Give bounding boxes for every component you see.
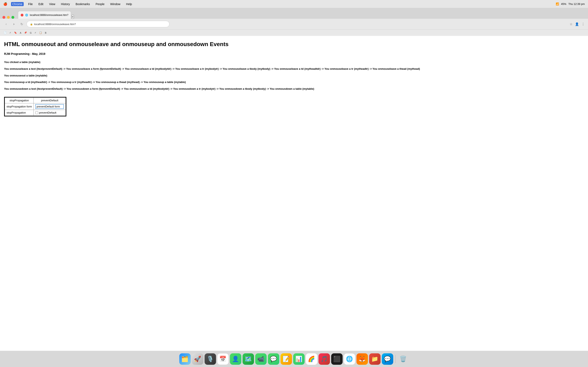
clock: Thu 12:39 pm bbox=[568, 2, 585, 6]
table-row: stopPropagation form bbox=[5, 103, 66, 110]
page-title: HTML onmouseout and onmouseleave and onm… bbox=[4, 40, 584, 49]
menu-file[interactable]: File bbox=[27, 2, 34, 6]
dock-icon-calendar[interactable]: 📅 bbox=[217, 353, 229, 365]
bookmark-item[interactable]: 📋 bbox=[38, 30, 43, 35]
checkbox-container: preventDefault bbox=[35, 111, 64, 115]
table-row: stopPropagation preventDefault bbox=[5, 110, 66, 116]
toolbar-icons: ☆ 👤 ⋮ bbox=[570, 22, 585, 26]
dock-icon-trash[interactable]: 🗑️ bbox=[398, 353, 409, 365]
bookmarks-bar: 📄 ✓ 🔖 A 📌 G ✓ 📋 B bbox=[0, 29, 588, 36]
dock-icon-terminal[interactable]: ⬛ bbox=[331, 353, 343, 365]
prevent-default-form-input[interactable] bbox=[35, 104, 64, 109]
prevent-default-checkbox-label: preventDefault bbox=[39, 111, 56, 115]
dock-icon-messages[interactable]: 💬 bbox=[268, 353, 279, 365]
dock-icon-filezilla[interactable]: 📁 bbox=[369, 353, 380, 365]
menu-bar-right: 📶 45% Thu 12:39 pm bbox=[556, 2, 585, 6]
dock-icon-itunes[interactable]: 🎵 bbox=[319, 353, 330, 365]
tab-bar: ✕ 🌐 localhost:8888/onmouseleave.htm? + bbox=[0, 8, 588, 19]
address-bar: ‹ › ↻ 🔒 localhost:8888/onmouseleave.htm?… bbox=[0, 19, 588, 29]
event-log-line-2: You onmouseout a table (mytable) bbox=[4, 74, 584, 78]
browser-chrome: ✕ 🌐 localhost:8888/onmouseleave.htm? + ‹… bbox=[0, 8, 588, 36]
menu-view[interactable]: View bbox=[48, 2, 56, 6]
demo-table[interactable]: stopPropagation preventDefault stopPropa… bbox=[5, 98, 66, 116]
dock: 🗂️ 🚀 🎙️ 📅 👤 🗺️ 📹 💬 📝 📊 🌈 🎵 ⬛ 🌐 🦊 📁 💬 🗑️ bbox=[0, 351, 588, 367]
tab-favicon-icon: 🌐 bbox=[25, 14, 28, 17]
window-controls bbox=[2, 16, 14, 19]
event-log-line-1: You onmouseleave a text (itextpreventDef… bbox=[4, 67, 584, 71]
table-cell-stop-prop: stopPropagation bbox=[5, 110, 34, 116]
back-button[interactable]: ‹ bbox=[3, 21, 9, 27]
dock-icon-launchpad[interactable]: 🚀 bbox=[192, 353, 203, 365]
browser-tab-active[interactable]: ✕ 🌐 localhost:8888/onmouseleave.htm? bbox=[18, 11, 71, 19]
menu-dots-icon[interactable]: ⋮ bbox=[581, 22, 585, 26]
apple-logo-icon[interactable]: 🍎 bbox=[3, 2, 7, 6]
table-cell-prevent-default-input[interactable] bbox=[34, 103, 66, 110]
dock-icon-finder[interactable]: 🗂️ bbox=[179, 353, 191, 365]
dock-icon-firefox[interactable]: 🦊 bbox=[356, 353, 368, 365]
dock-icon-notes[interactable]: 📝 bbox=[281, 353, 292, 365]
dock-icon-contacts[interactable]: 👤 bbox=[230, 353, 241, 365]
bookmark-item[interactable]: 🔖 bbox=[13, 30, 18, 35]
menu-bookmarks[interactable]: Bookmarks bbox=[74, 2, 91, 6]
wifi-icon: 📶 bbox=[556, 2, 559, 6]
bookmark-item[interactable]: B bbox=[44, 30, 48, 35]
battery-status: 45% bbox=[561, 2, 566, 6]
tab-close-button[interactable]: ✕ bbox=[21, 14, 24, 17]
tab-title: localhost:8888/onmouseleave.htm? bbox=[30, 14, 68, 17]
table-header-prevent-default: preventDefault bbox=[34, 98, 66, 103]
event-log-line-0: You clicked a table (mytable) bbox=[4, 60, 584, 64]
dock-icon-numbers[interactable]: 📊 bbox=[293, 353, 305, 365]
menu-bar: 🍎 Chrome File Edit View History Bookmark… bbox=[0, 0, 588, 8]
event-log-line-3: You onmouseup a td (mytheadtdr) -> You o… bbox=[4, 80, 584, 84]
menu-chrome[interactable]: Chrome bbox=[11, 2, 24, 6]
table-header-stop-propagation: stopPropagation bbox=[5, 98, 34, 103]
window-minimize-button[interactable] bbox=[7, 16, 10, 19]
window-maximize-button[interactable] bbox=[11, 16, 14, 19]
url-input[interactable]: 🔒 localhost:8888/onmouseleave.htm? bbox=[26, 21, 169, 27]
table-cell-stop-prop-form: stopPropagation form bbox=[5, 103, 34, 110]
dock-icon-skype[interactable]: 💬 bbox=[382, 353, 393, 365]
window-close-button[interactable] bbox=[2, 16, 5, 19]
table-header-row: stopPropagation preventDefault bbox=[5, 98, 66, 103]
event-log-line-4: You onmousedown a text (itextpreventDefa… bbox=[4, 87, 584, 91]
menu-help[interactable]: Help bbox=[125, 2, 133, 6]
bookmark-item[interactable]: A bbox=[18, 30, 22, 35]
bookmark-item[interactable]: ✓ bbox=[8, 30, 12, 35]
dock-icon-facetime[interactable]: 📹 bbox=[255, 353, 267, 365]
demo-table-container: stopPropagation preventDefault stopPropa… bbox=[4, 97, 66, 117]
page-author: RJM Programming - May, 2019 bbox=[4, 52, 584, 56]
bookmark-item[interactable]: ✓ bbox=[33, 30, 38, 35]
dock-icon-siri[interactable]: 🎙️ bbox=[205, 353, 216, 365]
page-content: HTML onmouseout and onmouseleave and onm… bbox=[0, 36, 588, 351]
menu-window[interactable]: Window bbox=[109, 2, 122, 6]
table-cell-prevent-default-checkbox[interactable]: preventDefault bbox=[34, 110, 66, 116]
forward-button[interactable]: › bbox=[11, 21, 17, 27]
lock-icon: 🔒 bbox=[30, 23, 33, 25]
bookmark-item[interactable]: G bbox=[29, 30, 33, 35]
reload-button[interactable]: ↻ bbox=[19, 21, 25, 27]
user-avatar-icon[interactable]: 👤 bbox=[575, 22, 579, 26]
dock-separator bbox=[395, 355, 396, 363]
bookmark-star-icon[interactable]: ☆ bbox=[570, 22, 572, 26]
dock-icon-maps[interactable]: 🗺️ bbox=[242, 353, 254, 365]
url-text: localhost:8888/onmouseleave.htm? bbox=[34, 23, 76, 26]
bookmark-item[interactable]: 📄 bbox=[2, 30, 8, 35]
menu-people[interactable]: People bbox=[94, 2, 106, 6]
prevent-default-checkbox[interactable] bbox=[35, 111, 38, 114]
dock-icon-photos[interactable]: 🌈 bbox=[306, 353, 317, 365]
menu-edit[interactable]: Edit bbox=[37, 2, 44, 6]
menu-history[interactable]: History bbox=[60, 2, 71, 6]
dock-icon-chrome[interactable]: 🌐 bbox=[344, 353, 355, 365]
new-tab-button[interactable]: + bbox=[71, 15, 74, 19]
bookmark-item[interactable]: 📌 bbox=[23, 30, 28, 35]
